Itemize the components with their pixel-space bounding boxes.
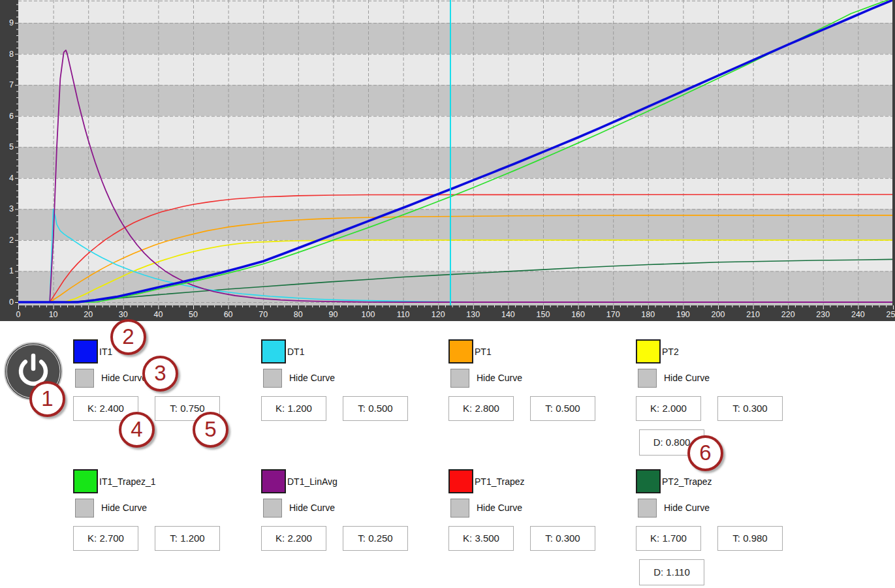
- x-tick-label: 200: [712, 310, 725, 319]
- curve-name-label: IT1: [99, 347, 112, 357]
- trend-chart-canvas[interactable]: 0102030405060708090100110120130140150160…: [0, 0, 895, 321]
- x-tick-label: 250: [887, 310, 895, 319]
- x-tick-label: 220: [781, 310, 795, 319]
- x-tick-label: 60: [224, 310, 233, 319]
- param-field-k[interactable]: K: 2.800: [448, 396, 514, 421]
- curve-name-label: IT1_Trapez_1: [99, 476, 156, 487]
- curve-color-swatch[interactable]: [448, 339, 473, 364]
- curve-color-swatch[interactable]: [261, 339, 286, 364]
- x-tick-label: 210: [746, 310, 760, 319]
- curve-color-swatch[interactable]: [261, 469, 286, 493]
- curve-name-label: DT1_LinAvg: [287, 476, 338, 487]
- x-tick-label: 80: [294, 310, 303, 319]
- x-tick-label: 100: [362, 310, 375, 319]
- callout-5: 5: [193, 412, 228, 448]
- param-field-k[interactable]: K: 2.000: [636, 396, 701, 421]
- curve-panel-DT1: DT1 Hide Curve K: 1.200T: 0.500: [261, 339, 432, 463]
- hide-curve-checkbox[interactable]: [263, 499, 282, 518]
- param-field-t[interactable]: T: 0.500: [343, 396, 408, 421]
- y-tick-label: 0: [9, 298, 14, 307]
- y-tick-label: 7: [9, 80, 14, 89]
- x-tick-label: 70: [259, 310, 268, 319]
- y-tick-label: 9: [9, 18, 14, 27]
- curve-color-swatch[interactable]: [448, 469, 473, 493]
- curve-panel-IT1_Trapez_1: IT1_Trapez_1 Hide Curve K: 2.700T: 1.200: [73, 469, 244, 588]
- x-tick-label: 30: [119, 310, 128, 319]
- callout-2: 2: [110, 319, 146, 355]
- x-tick-label: 140: [501, 310, 515, 319]
- hide-curve-checkbox[interactable]: [450, 369, 469, 388]
- curve-name-label: PT2: [662, 347, 679, 357]
- y-tick-label: 1: [9, 266, 14, 275]
- hide-curve-label: Hide Curve: [101, 373, 147, 383]
- hide-curve-checkbox[interactable]: [638, 499, 657, 518]
- curve-panel-PT1_Trapez: PT1_Trapez Hide Curve K: 3.500T: 0.300: [448, 469, 620, 588]
- x-tick-label: 90: [328, 310, 338, 319]
- param-field-k[interactable]: K: 3.500: [448, 526, 514, 551]
- callout-1: 1: [29, 381, 65, 417]
- x-tick-label: 130: [466, 310, 480, 319]
- x-tick-label: 150: [537, 310, 550, 319]
- param-field-t[interactable]: T: 0.250: [343, 526, 408, 551]
- param-field-t[interactable]: T: 0.500: [530, 396, 595, 421]
- curve-panel-PT1: PT1 Hide Curve K: 2.800T: 0.500: [448, 339, 620, 463]
- hide-curve-label: Hide Curve: [664, 373, 710, 383]
- curve-color-swatch[interactable]: [73, 469, 98, 493]
- param-field-k[interactable]: K: 1.200: [261, 396, 326, 421]
- y-tick-label: 5: [9, 142, 14, 151]
- y-tick-label: 8: [9, 50, 14, 59]
- x-tick-label: 40: [153, 310, 163, 319]
- curve-name-label: PT1_Trapez: [475, 476, 525, 487]
- param-field-t[interactable]: T: 1.200: [155, 526, 220, 551]
- curve-name-label: PT2_Trapez: [662, 476, 712, 487]
- hide-curve-label: Hide Curve: [289, 373, 335, 383]
- curve-name-label: DT1: [287, 347, 304, 357]
- curve-color-swatch[interactable]: [73, 339, 98, 364]
- param-field-k[interactable]: K: 2.700: [73, 526, 138, 551]
- curve-color-swatch[interactable]: [636, 339, 661, 364]
- trend-chart[interactable]: 0102030405060708090100110120130140150160…: [0, 0, 895, 321]
- curve-color-swatch[interactable]: [636, 469, 661, 493]
- hide-curve-checkbox[interactable]: [75, 369, 94, 388]
- hide-curve-checkbox[interactable]: [450, 499, 469, 518]
- hide-curve-label: Hide Curve: [664, 503, 710, 513]
- curve-name-label: PT1: [475, 347, 492, 357]
- callout-4: 4: [119, 412, 155, 448]
- hide-curve-label: Hide Curve: [289, 503, 335, 513]
- param-field-d[interactable]: D: 1.110: [639, 559, 704, 585]
- hide-curve-label: Hide Curve: [477, 373, 522, 383]
- simulation-app: 0102030405060708090100110120130140150160…: [0, 0, 895, 588]
- hide-curve-checkbox[interactable]: [263, 369, 282, 388]
- x-tick-label: 120: [432, 310, 445, 319]
- x-tick-label: 110: [397, 310, 410, 319]
- x-tick-label: 50: [189, 310, 198, 319]
- param-field-t[interactable]: T: 0.300: [530, 526, 595, 551]
- curve-panel-PT2_Trapez: PT2_Trapez Hide Curve K: 1.700T: 0.980D:…: [636, 469, 807, 588]
- hide-curve-label: Hide Curve: [477, 503, 522, 513]
- param-field-t[interactable]: T: 0.980: [717, 526, 783, 551]
- x-axis-strip: [0, 305, 895, 321]
- x-tick-label: 10: [49, 310, 58, 319]
- y-tick-label: 2: [9, 236, 14, 245]
- curve-panel-DT1_LinAvg: DT1_LinAvg Hide Curve K: 2.200T: 0.250: [261, 469, 432, 588]
- x-tick-label: 160: [571, 310, 585, 319]
- y-tick-label: 4: [9, 174, 14, 183]
- param-field-k[interactable]: K: 2.200: [261, 526, 326, 551]
- x-tick-label: 180: [641, 310, 655, 319]
- x-tick-label: 240: [851, 310, 865, 319]
- hide-curve-checkbox[interactable]: [638, 369, 657, 388]
- hide-curve-label: Hide Curve: [101, 503, 147, 513]
- x-tick-label: 0: [16, 310, 21, 319]
- hide-curve-checkbox[interactable]: [75, 499, 94, 518]
- x-tick-label: 20: [84, 310, 93, 319]
- x-tick-label: 230: [816, 310, 830, 319]
- x-tick-label: 170: [606, 310, 620, 319]
- param-field-k[interactable]: K: 1.700: [636, 526, 701, 551]
- y-tick-label: 6: [9, 112, 14, 121]
- param-field-t[interactable]: T: 0.300: [717, 396, 783, 421]
- callout-6: 6: [687, 435, 723, 471]
- y-tick-label: 3: [9, 204, 14, 213]
- callout-3: 3: [142, 356, 178, 392]
- x-tick-label: 190: [676, 310, 690, 319]
